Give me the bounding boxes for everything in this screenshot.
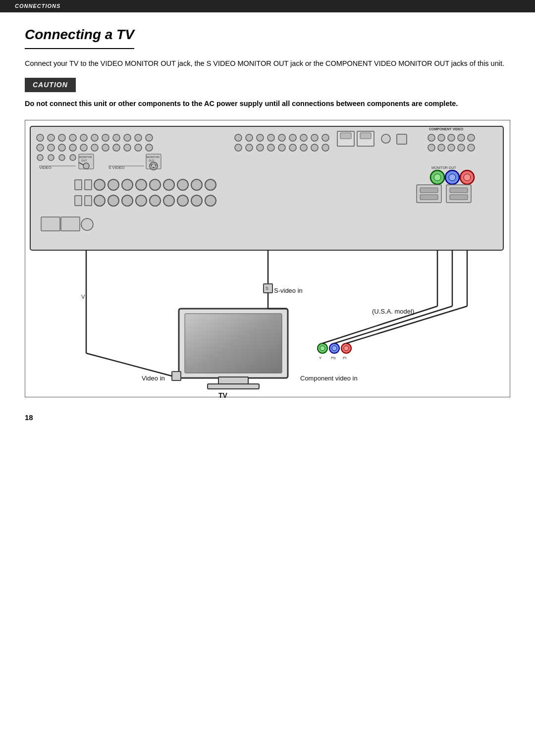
- svg-point-23: [37, 155, 43, 161]
- svg-point-41: [155, 164, 157, 166]
- page-wrapper: CONNECTIONS Connecting a TV Connect your…: [0, 0, 535, 756]
- svg-point-14: [58, 144, 65, 151]
- svg-text:(U.S.A. model): (U.S.A. model): [372, 308, 414, 315]
- section-label: CONNECTIONS: [15, 3, 60, 9]
- svg-point-65: [235, 134, 242, 141]
- svg-point-12: [37, 144, 44, 151]
- svg-point-99: [468, 144, 475, 151]
- svg-rect-86: [360, 133, 371, 139]
- svg-text:Video in: Video in: [142, 375, 165, 382]
- svg-point-1: [37, 134, 44, 141]
- svg-point-77: [268, 144, 274, 151]
- svg-point-59: [191, 195, 202, 206]
- svg-point-134: [320, 346, 325, 351]
- svg-text:MONITOR: MONITOR: [147, 156, 160, 159]
- svg-text:Y: Y: [319, 356, 322, 360]
- svg-rect-62: [85, 180, 92, 190]
- svg-text:Pr: Pr: [343, 356, 347, 360]
- svg-point-90: [428, 134, 435, 141]
- svg-point-93: [458, 134, 465, 141]
- svg-point-7: [102, 134, 109, 141]
- svg-point-79: [289, 144, 296, 151]
- svg-point-22: [146, 144, 153, 151]
- svg-rect-113: [41, 217, 60, 231]
- svg-point-3: [58, 134, 65, 141]
- svg-point-69: [278, 134, 285, 141]
- svg-rect-84: [340, 133, 351, 139]
- svg-point-58: [177, 195, 188, 206]
- svg-rect-112: [450, 195, 468, 200]
- svg-point-9: [124, 134, 131, 141]
- svg-point-6: [91, 134, 98, 141]
- connection-diagram: VIDEO MONITOR OUT S VIDEO MONITOR OUT: [25, 120, 510, 397]
- svg-point-18: [102, 144, 109, 151]
- svg-point-54: [122, 195, 133, 206]
- svg-point-115: [81, 218, 93, 230]
- svg-point-104: [449, 174, 456, 181]
- svg-point-82: [322, 144, 329, 151]
- svg-rect-109: [420, 195, 438, 200]
- page-number: 18: [25, 412, 510, 424]
- svg-point-19: [113, 144, 120, 151]
- svg-point-48: [163, 179, 174, 190]
- svg-point-51: [205, 179, 216, 190]
- svg-point-66: [246, 134, 253, 141]
- svg-point-10: [135, 134, 142, 141]
- svg-point-138: [344, 346, 349, 351]
- svg-point-74: [235, 144, 242, 151]
- svg-point-13: [48, 144, 54, 151]
- svg-point-2: [48, 134, 54, 141]
- svg-point-32: [83, 163, 89, 169]
- svg-point-75: [246, 144, 253, 151]
- svg-rect-107: [417, 185, 441, 203]
- svg-point-96: [438, 144, 445, 151]
- svg-text:OUT: OUT: [81, 159, 87, 162]
- svg-text:OUT: OUT: [149, 159, 155, 162]
- svg-point-46: [136, 179, 147, 190]
- svg-point-49: [177, 179, 188, 190]
- svg-point-97: [448, 144, 455, 151]
- svg-point-68: [268, 134, 274, 141]
- svg-rect-111: [450, 188, 468, 193]
- svg-point-50: [191, 179, 202, 190]
- svg-point-42: [153, 167, 155, 168]
- intro-text: Connect your TV to the VIDEO MONITOR OUT…: [25, 58, 510, 69]
- svg-point-80: [300, 144, 307, 151]
- svg-point-92: [448, 134, 455, 141]
- svg-point-43: [94, 179, 105, 190]
- svg-rect-61: [75, 180, 82, 190]
- svg-point-15: [69, 144, 76, 151]
- svg-point-136: [332, 346, 337, 351]
- svg-rect-88: [397, 134, 407, 144]
- svg-point-95: [428, 144, 435, 151]
- svg-rect-110: [446, 185, 471, 203]
- svg-rect-129: [172, 372, 181, 380]
- svg-text:MONITOR: MONITOR: [79, 156, 92, 159]
- svg-text:S-video in: S-video in: [274, 287, 303, 294]
- content-area: Connecting a TV Connect your TV to the V…: [0, 12, 535, 443]
- svg-point-24: [48, 155, 54, 161]
- svg-point-76: [257, 144, 264, 151]
- svg-point-8: [113, 134, 120, 141]
- svg-text:S VIDEO: S VIDEO: [108, 165, 124, 170]
- svg-point-44: [108, 179, 119, 190]
- svg-point-87: [381, 134, 390, 143]
- svg-text:TV: TV: [218, 391, 228, 398]
- svg-point-40: [151, 164, 153, 166]
- svg-point-71: [300, 134, 307, 141]
- svg-rect-114: [61, 217, 80, 231]
- svg-point-106: [464, 174, 471, 181]
- svg-point-57: [163, 195, 174, 206]
- svg-point-60: [205, 195, 216, 206]
- caution-label: CAUTION: [25, 78, 76, 92]
- svg-point-11: [146, 134, 153, 141]
- svg-rect-63: [75, 196, 82, 206]
- svg-rect-64: [85, 196, 92, 206]
- svg-text:MONITOR OUT: MONITOR OUT: [431, 166, 456, 169]
- svg-text:V: V: [81, 294, 85, 300]
- svg-text:S: S: [266, 286, 268, 291]
- svg-point-21: [135, 144, 142, 151]
- svg-point-98: [458, 144, 465, 151]
- svg-point-81: [311, 144, 318, 151]
- svg-point-56: [150, 195, 160, 206]
